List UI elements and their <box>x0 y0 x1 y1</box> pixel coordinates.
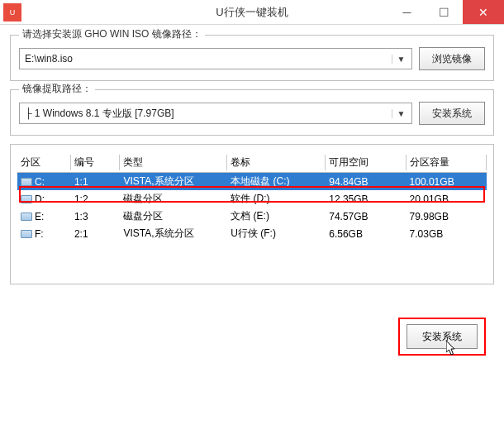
cell-type: VISTA,系统分区 <box>120 173 227 191</box>
app-icon: U <box>3 3 21 22</box>
drive-icon <box>21 195 32 203</box>
content-area: 请选择安装源 GHO WIN ISO 镜像路径： E:\win8.iso ▼ 浏… <box>0 25 504 366</box>
extract-legend: 镜像提取路径： <box>19 82 95 96</box>
install-highlight-box: 安装系统 <box>398 318 486 356</box>
header-num[interactable]: 编号 <box>71 153 121 173</box>
titlebar: U U行侠一键装机 ─ ☐ ✕ <box>0 0 504 25</box>
chevron-down-icon: ▼ <box>392 55 407 64</box>
table-row[interactable]: D:1:2磁盘分区软件 (D:)12.35GB20.01GB <box>17 190 487 208</box>
drive-icon <box>21 178 32 186</box>
cell-type: 磁盘分区 <box>120 208 227 225</box>
window-controls: ─ ☐ ✕ <box>388 0 504 24</box>
table-row[interactable]: C:1:1VISTA,系统分区本地磁盘 (C:)94.84GB100.01GB <box>17 173 487 191</box>
window-title: U行侠一键装机 <box>216 5 288 20</box>
chevron-down-icon: ▼ <box>392 109 407 118</box>
cell-num: 2:1 <box>71 225 121 242</box>
cell-cap: 20.01GB <box>407 190 487 208</box>
cell-num: 1:1 <box>71 173 121 191</box>
cell-label: 文档 (E:) <box>227 208 326 225</box>
cell-drive: D: <box>17 190 71 208</box>
cell-type: 磁盘分区 <box>120 190 227 208</box>
drive-icon <box>21 230 32 238</box>
cell-free: 94.84GB <box>326 173 406 191</box>
browse-image-button[interactable]: 浏览镜像 <box>419 47 485 70</box>
source-path-combo[interactable]: E:\win8.iso ▼ <box>19 48 412 69</box>
table-row[interactable]: E:1:3磁盘分区文档 (E:)74.57GB79.98GB <box>17 208 487 225</box>
table-header-row: 分区 编号 类型 卷标 可用空间 分区容量 <box>17 153 487 173</box>
header-label[interactable]: 卷标 <box>227 153 326 173</box>
cell-label: 软件 (D:) <box>227 190 326 208</box>
cell-free: 74.57GB <box>326 208 406 225</box>
header-drive[interactable]: 分区 <box>17 153 71 173</box>
cell-label: U行侠 (F:) <box>227 225 326 242</box>
install-system-button-top[interactable]: 安装系统 <box>419 102 485 125</box>
extract-path-value: ├ 1 Windows 8.1 专业版 [7.97GB] <box>25 107 392 121</box>
header-free[interactable]: 可用空间 <box>326 153 406 173</box>
cell-num: 1:3 <box>71 208 121 225</box>
cell-free: 12.35GB <box>326 190 406 208</box>
source-fieldset: 请选择安装源 GHO WIN ISO 镜像路径： E:\win8.iso ▼ 浏… <box>10 35 494 81</box>
header-type[interactable]: 类型 <box>120 153 227 173</box>
header-cap[interactable]: 分区容量 <box>407 153 487 173</box>
source-path-value: E:\win8.iso <box>25 53 392 64</box>
minimize-button[interactable]: ─ <box>388 0 426 24</box>
cell-drive: F: <box>17 225 71 242</box>
partition-table-panel: 分区 编号 类型 卷标 可用空间 分区容量 C:1:1VISTA,系统分区本地磁… <box>10 144 494 284</box>
extract-fieldset: 镜像提取路径： ├ 1 Windows 8.1 专业版 [7.97GB] ▼ 安… <box>10 89 494 136</box>
cell-cap: 100.01GB <box>407 173 487 191</box>
cell-drive: C: <box>17 173 71 191</box>
partition-table: 分区 编号 类型 卷标 可用空间 分区容量 C:1:1VISTA,系统分区本地磁… <box>17 153 487 242</box>
drive-icon <box>21 213 32 221</box>
table-row[interactable]: F:2:1VISTA,系统分区U行侠 (F:)6.56GB7.03GB <box>17 225 487 242</box>
extract-path-combo[interactable]: ├ 1 Windows 8.1 专业版 [7.97GB] ▼ <box>19 103 412 124</box>
cell-label: 本地磁盘 (C:) <box>227 173 326 191</box>
install-system-button[interactable]: 安装系统 <box>407 324 478 349</box>
cell-drive: E: <box>17 208 71 225</box>
close-button[interactable]: ✕ <box>463 0 504 24</box>
cell-cap: 7.03GB <box>407 225 487 242</box>
bottom-area: 安装系统 <box>10 318 494 356</box>
cell-free: 6.56GB <box>326 225 406 242</box>
cell-type: VISTA,系统分区 <box>120 225 227 242</box>
cell-num: 1:2 <box>71 190 121 208</box>
maximize-button[interactable]: ☐ <box>426 0 463 24</box>
cell-cap: 79.98GB <box>407 208 487 225</box>
source-legend: 请选择安装源 GHO WIN ISO 镜像路径： <box>19 27 205 41</box>
